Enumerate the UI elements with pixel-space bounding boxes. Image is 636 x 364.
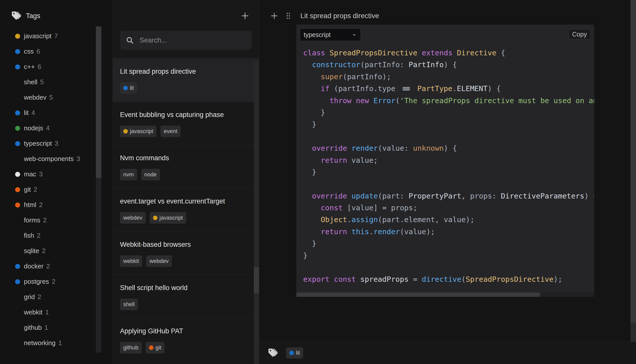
tag-chip-label: github xyxy=(123,344,138,351)
snippet-list-item[interactable]: Shell script hello worldshell xyxy=(113,275,259,318)
chevron-down-icon xyxy=(351,32,357,37)
sidebar-tag-label: postgres xyxy=(24,278,49,286)
sidebar-tag-item[interactable]: forms2 xyxy=(0,213,96,228)
tag-chip-label: webdev xyxy=(149,258,169,264)
snippet-item-tags: javascriptevent xyxy=(120,126,181,137)
new-snippet-button[interactable] xyxy=(241,11,250,20)
tag-color-dot xyxy=(15,49,20,54)
snippet-list-item[interactable]: Applying GitHub PATgithubgit xyxy=(113,318,259,361)
sidebar-tag-count: 2 xyxy=(33,186,37,193)
add-block-button[interactable] xyxy=(270,12,279,20)
snippet-tags-bar: lit xyxy=(286,347,303,358)
sidebar-tag-item[interactable]: postgres2 xyxy=(0,274,96,289)
snippet-item-title: Shell script hello world xyxy=(120,284,188,292)
sidebar-tag-count: 6 xyxy=(36,48,40,55)
drag-handle-icon[interactable] xyxy=(286,12,291,20)
snippet-list-item[interactable]: event.target vs event.currentTargetwebde… xyxy=(113,188,259,231)
snippet-list-item[interactable]: Lit spread props directivelit xyxy=(113,58,259,102)
tag-chip-label: event xyxy=(164,128,177,135)
sidebar-tag-item[interactable]: web-components3 xyxy=(0,151,96,167)
code-content[interactable]: class SpreadPropsDirective extends Direc… xyxy=(303,47,594,286)
tag-chip: github xyxy=(120,342,142,353)
sidebar-tag-label: github xyxy=(24,324,42,332)
snippet-editor-panel: Lit spread props directive typescript Co… xyxy=(259,0,636,364)
sidebar-tag-count: 2 xyxy=(39,201,43,209)
snippet-list: Lit spread props directivelitEvent bubbl… xyxy=(113,58,259,364)
sidebar-tag-item[interactable]: networking1 xyxy=(0,335,96,351)
code-line: class SpreadPropsDirective extends Direc… xyxy=(303,47,594,59)
snippet-list-item[interactable]: Webkit-based browserswebkitwebdev xyxy=(113,231,259,275)
tag-color-dot xyxy=(15,279,20,284)
snippet-item-tags: shell xyxy=(120,299,138,310)
sidebar-tag-item[interactable]: lit4 xyxy=(0,105,96,120)
sidebar-tag-item[interactable]: webkit1 xyxy=(0,305,96,320)
sidebar-tag-count: 4 xyxy=(31,109,35,117)
sidebar-tag-item[interactable]: docker2 xyxy=(0,259,96,274)
sidebar-tag-label: mac xyxy=(24,170,36,178)
code-horizontal-scrollbar-thumb[interactable] xyxy=(296,293,540,297)
list-scrollbar-track[interactable] xyxy=(254,62,259,364)
snippet-list-panel: Lit spread props directivelitEvent bubbl… xyxy=(112,0,259,364)
sidebar-tag-label: c++ xyxy=(24,63,35,71)
code-line: override update(part: PropertyPart, prop… xyxy=(303,190,594,202)
sidebar-tag-item[interactable]: github1 xyxy=(0,320,96,335)
plus-icon xyxy=(241,11,250,20)
sidebar-tag-label: webdev xyxy=(24,94,47,101)
sidebar-tag-item[interactable]: typescript3 xyxy=(0,136,96,151)
code-line: Object.assign(part.element, value); xyxy=(303,214,594,226)
sidebar-tag-item[interactable]: c++6 xyxy=(0,59,96,74)
snippet-item-title: Event bubbling vs capturing phase xyxy=(120,111,224,119)
copy-button[interactable]: Copy xyxy=(569,29,590,39)
snippet-item-tags: webdevjavascript xyxy=(120,212,186,224)
tag-chip-label: webdev xyxy=(123,215,142,221)
list-scrollbar-thumb[interactable] xyxy=(254,267,259,293)
sidebar-tag-item[interactable]: fish2 xyxy=(0,228,96,243)
editor-scrollbar-track[interactable] xyxy=(630,0,636,342)
language-select[interactable]: typescript xyxy=(300,28,361,41)
tag-chip-label: javascript xyxy=(130,128,153,135)
sidebar-tag-count: 1 xyxy=(45,308,49,316)
sidebar-tag-label: css xyxy=(24,48,34,55)
code-line: } xyxy=(303,250,594,262)
snippet-list-item[interactable]: Event bubbling vs capturing phasejavascr… xyxy=(113,102,259,145)
snippet-title[interactable]: Lit spread props directive xyxy=(300,12,379,20)
sidebar-tag-label: forms xyxy=(24,216,40,224)
sidebar-tag-label: git xyxy=(24,186,31,193)
tag-chip-label: git xyxy=(155,344,161,351)
snippet-item-title: Lit spread props directive xyxy=(120,68,196,75)
sidebar-scrollbar-thumb[interactable] xyxy=(96,26,101,178)
sidebar-tag-item[interactable]: sqlite2 xyxy=(0,243,96,259)
sidebar-tag-item[interactable]: css6 xyxy=(0,44,96,59)
sidebar-tag-label: web-components xyxy=(24,155,74,163)
tag-color-dot xyxy=(15,110,20,115)
sidebar-tag-label: networking xyxy=(24,339,56,347)
sidebar-tag-item[interactable]: html2 xyxy=(0,197,96,213)
sidebar-tag-count: 3 xyxy=(55,140,58,147)
sidebar-tag-item[interactable]: grid2 xyxy=(0,289,96,305)
search-icon xyxy=(126,36,134,45)
code-horizontal-scrollbar[interactable] xyxy=(296,293,594,297)
code-line: return value; xyxy=(303,154,594,166)
search-box[interactable] xyxy=(120,31,252,50)
sidebar-scrollbar-track[interactable] xyxy=(96,26,101,353)
search-input[interactable] xyxy=(139,36,246,45)
snippet-list-item[interactable]: Nvm commandsnvmnode xyxy=(113,145,259,188)
tags-header: Tags xyxy=(11,10,40,21)
tag-chip-label: nvm xyxy=(123,171,134,178)
sidebar-tag-label: html xyxy=(24,201,36,209)
sidebar-tag-item[interactable]: mac3 xyxy=(0,167,96,182)
tag-chip: webdev xyxy=(146,255,172,267)
editor-scrollbar-thumb[interactable] xyxy=(630,0,636,323)
sidebar-tag-item[interactable]: shell5 xyxy=(0,74,96,90)
code-line: } xyxy=(303,166,594,178)
code-line: override render(value: unknown) { xyxy=(303,142,594,154)
snippet-list-item-partial xyxy=(113,361,259,364)
code-line: super(partInfo); xyxy=(303,71,594,83)
snippet-item-tags: githubgit xyxy=(120,342,165,353)
tag-chip[interactable]: lit xyxy=(286,347,303,358)
sidebar-tag-item[interactable]: nodejs4 xyxy=(0,120,96,136)
sidebar-tag-item[interactable]: javascript7 xyxy=(0,28,96,44)
sidebar-tag-item[interactable]: git2 xyxy=(0,182,96,197)
snippet-item-tags: webkitwebdev xyxy=(120,255,172,267)
sidebar-tag-item[interactable]: webdev5 xyxy=(0,90,96,105)
